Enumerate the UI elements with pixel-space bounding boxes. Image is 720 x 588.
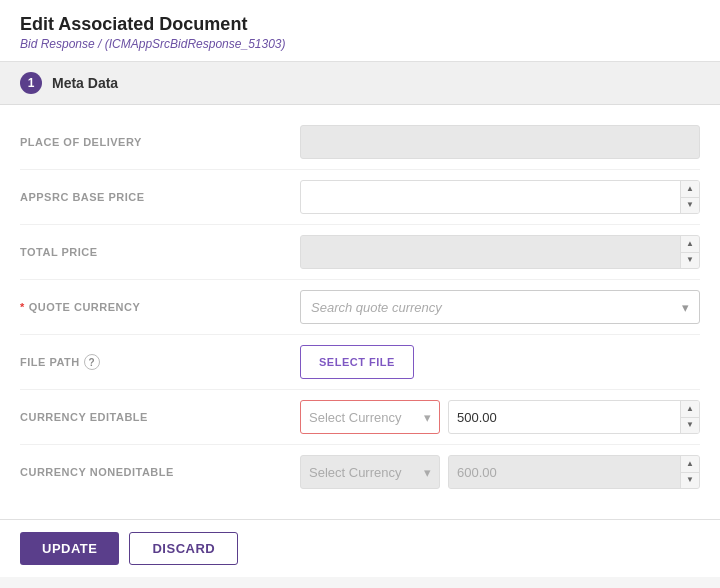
appsrc-base-price-up[interactable]: ▲ <box>681 181 699 198</box>
field-file-path: FILE PATH ? SELECT FILE <box>20 335 700 390</box>
label-total-price: TOTAL PRICE <box>20 246 300 258</box>
control-appsrc-base-price: ▲ ▼ <box>300 180 700 214</box>
currency-noneditable-select: Select Currency ▾ <box>300 455 440 489</box>
currency-editable-input[interactable] <box>449 401 680 433</box>
currency-editable-chevron: ▾ <box>424 410 431 425</box>
quote-currency-placeholder: Search quote currency <box>311 300 442 315</box>
label-place-of-delivery: PLACE OF DELIVERY <box>20 136 300 148</box>
currency-editable-number-wrap: ▲ ▼ <box>448 400 700 434</box>
control-currency-noneditable: Select Currency ▾ ▲ ▼ <box>300 455 700 489</box>
currency-noneditable-chevron: ▾ <box>424 465 431 480</box>
currency-noneditable-up: ▲ <box>681 456 699 473</box>
currency-editable-select[interactable]: Select Currency ▾ <box>300 400 440 434</box>
breadcrumb: Bid Response / (ICMAppSrcBidResponse_513… <box>20 37 700 51</box>
control-currency-editable: Select Currency ▾ ▲ ▼ <box>300 400 700 434</box>
page-title: Edit Associated Document <box>20 14 700 35</box>
field-quote-currency: * QUOTE CURRENCY Search quote currency ▾ <box>20 280 700 335</box>
currency-editable-select-wrap: Select Currency ▾ <box>300 400 440 434</box>
currency-editable-up[interactable]: ▲ <box>681 401 699 418</box>
label-quote-currency: * QUOTE CURRENCY <box>20 301 300 313</box>
control-total-price: ▲ ▼ <box>300 235 700 269</box>
field-currency-noneditable: CURRENCY NONEDITABLE Select Currency ▾ ▲… <box>20 445 700 499</box>
total-price-up: ▲ <box>681 236 699 253</box>
field-total-price: TOTAL PRICE ▲ ▼ <box>20 225 700 280</box>
place-of-delivery-input[interactable] <box>300 125 700 159</box>
label-currency-editable: CURRENCY EDITABLE <box>20 411 300 423</box>
appsrc-base-price-input[interactable] <box>301 181 680 213</box>
appsrc-base-price-spinner-btns: ▲ ▼ <box>680 181 699 213</box>
control-file-path: SELECT FILE <box>300 345 700 379</box>
quote-currency-chevron: ▾ <box>682 300 689 315</box>
currency-noneditable-select-label: Select Currency <box>309 465 401 480</box>
discard-button[interactable]: DISCARD <box>129 532 238 565</box>
footer-bar: UPDATE DISCARD <box>0 519 720 577</box>
currency-noneditable-spinner-btns: ▲ ▼ <box>680 456 699 488</box>
total-price-spinner-btns: ▲ ▼ <box>680 236 699 268</box>
control-place-of-delivery <box>300 125 700 159</box>
label-file-path: FILE PATH ? <box>20 354 300 370</box>
breadcrumb-static: Bid Response / <box>20 37 101 51</box>
currency-noneditable-spinner: ▲ ▼ <box>448 455 700 489</box>
section-header: 1 Meta Data <box>0 62 720 105</box>
form-body: PLACE OF DELIVERY APPSRC BASE PRICE ▲ ▼ … <box>0 105 720 519</box>
field-appsrc-base-price: APPSRC BASE PRICE ▲ ▼ <box>20 170 700 225</box>
currency-noneditable-controls: Select Currency ▾ ▲ ▼ <box>300 455 700 489</box>
currency-noneditable-number-wrap: ▲ ▼ <box>448 455 700 489</box>
currency-noneditable-select-wrap: Select Currency ▾ <box>300 455 440 489</box>
currency-editable-down[interactable]: ▼ <box>681 418 699 434</box>
currency-editable-spinner[interactable]: ▲ ▼ <box>448 400 700 434</box>
currency-editable-select-label: Select Currency <box>309 410 401 425</box>
section-title: Meta Data <box>52 75 118 91</box>
total-price-down: ▼ <box>681 253 699 269</box>
breadcrumb-italic: (ICMAppSrcBidResponse_51303) <box>105 37 286 51</box>
appsrc-base-price-spinner[interactable]: ▲ ▼ <box>300 180 700 214</box>
section-number: 1 <box>20 72 42 94</box>
total-price-input <box>301 236 680 268</box>
update-button[interactable]: UPDATE <box>20 532 119 565</box>
currency-editable-spinner-btns: ▲ ▼ <box>680 401 699 433</box>
appsrc-base-price-down[interactable]: ▼ <box>681 198 699 214</box>
field-place-of-delivery: PLACE OF DELIVERY <box>20 115 700 170</box>
total-price-spinner: ▲ ▼ <box>300 235 700 269</box>
currency-editable-controls: Select Currency ▾ ▲ ▼ <box>300 400 700 434</box>
field-currency-editable: CURRENCY EDITABLE Select Currency ▾ ▲ ▼ <box>20 390 700 445</box>
control-quote-currency: Search quote currency ▾ <box>300 290 700 324</box>
select-file-button[interactable]: SELECT FILE <box>300 345 414 379</box>
quote-currency-dropdown[interactable]: Search quote currency ▾ <box>300 290 700 324</box>
currency-noneditable-input <box>449 456 680 488</box>
currency-noneditable-down: ▼ <box>681 473 699 489</box>
page-header: Edit Associated Document Bid Response / … <box>0 0 720 62</box>
label-currency-noneditable: CURRENCY NONEDITABLE <box>20 466 300 478</box>
label-appsrc-base-price: APPSRC BASE PRICE <box>20 191 300 203</box>
file-path-help-icon[interactable]: ? <box>84 354 100 370</box>
